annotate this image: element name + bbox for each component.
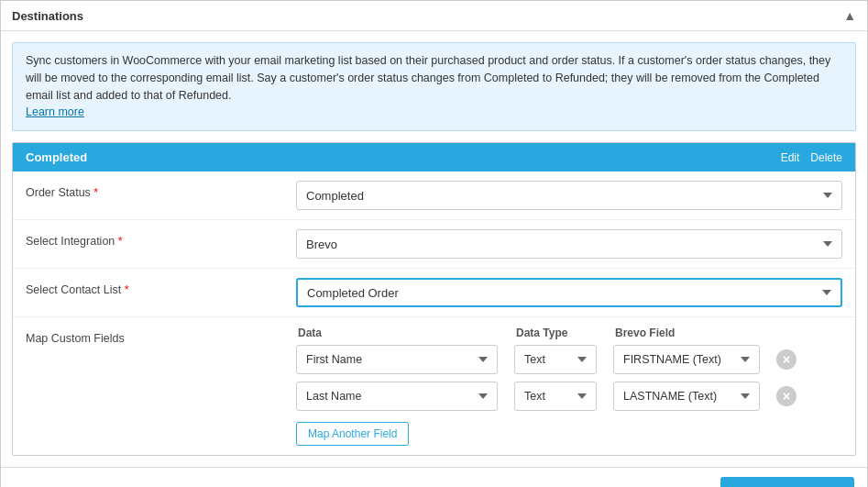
select-contact-list-control: Completed Order Newsletter Promotions [296, 278, 842, 307]
field-row-1-remove: × [776, 349, 804, 370]
field-row-1-datatype-select[interactable]: Text Number Date [514, 345, 597, 374]
panel-header: Destinations ▲ [1, 1, 867, 31]
field-row-1-brevo-select[interactable]: FIRSTNAME (Text) LASTNAME (Text) EMAIL (… [613, 345, 760, 374]
map-custom-fields-row: Map Custom Fields Data Data Type Brevo F… [13, 317, 855, 455]
info-text: Sync customers in WooCommerce with your … [26, 54, 830, 102]
col-header-datatype: Data Type [516, 327, 608, 339]
field-row-2-datatype: Text Number Date [514, 382, 606, 411]
map-another-field-button[interactable]: Map Another Field [296, 422, 409, 446]
destination-section: Completed Edit Delete Order Status * Com… [12, 142, 856, 456]
add-destination-button[interactable]: + Add Destination [720, 477, 854, 487]
select-integration-select[interactable]: Brevo Mailchimp ActiveCampaign [296, 229, 842, 259]
field-row-2-datatype-select[interactable]: Text Number Date [514, 382, 597, 411]
form-body: Order Status * Completed Pending Process… [13, 172, 855, 455]
field-row-2-remove-btn[interactable]: × [776, 386, 797, 406]
select-contact-list-row: Select Contact List * Completed Order Ne… [13, 269, 855, 317]
field-row-2: Last Name First Name Email Phone Text Nu… [296, 382, 842, 411]
field-row-2-brevo: LASTNAME (Text) FIRSTNAME (Text) EMAIL (… [613, 382, 769, 411]
select-integration-row: Select Integration * Brevo Mailchimp Act… [13, 220, 855, 269]
field-row-1-datatype: Text Number Date [514, 345, 606, 374]
field-row-2-brevo-select[interactable]: LASTNAME (Text) FIRSTNAME (Text) EMAIL (… [613, 382, 760, 411]
order-status-select[interactable]: Completed Pending Processing Refunded Ca… [296, 181, 842, 210]
order-status-required: * [93, 186, 98, 199]
field-row-1-data-select[interactable]: First Name Last Name Email Phone [296, 345, 498, 374]
custom-fields-table-header: Data Data Type Brevo Field [296, 327, 842, 339]
select-integration-required: * [118, 235, 123, 248]
select-contact-list-select[interactable]: Completed Order Newsletter Promotions [296, 278, 842, 307]
field-row-2-data-select[interactable]: Last Name First Name Email Phone [296, 382, 498, 411]
map-custom-fields-control: Data Data Type Brevo Field First Name La… [296, 327, 842, 446]
field-row-1-brevo: FIRSTNAME (Text) LASTNAME (Text) EMAIL (… [613, 345, 769, 374]
field-row-2-data: Last Name First Name Email Phone [296, 382, 507, 411]
order-status-control: Completed Pending Processing Refunded Ca… [296, 181, 842, 210]
learn-more-link[interactable]: Learn more [26, 105, 84, 118]
map-custom-fields-label: Map Custom Fields [26, 327, 296, 345]
order-status-row: Order Status * Completed Pending Process… [13, 172, 855, 220]
select-contact-list-required: * [125, 283, 129, 296]
col-header-brevo: Brevo Field [615, 327, 771, 339]
field-row-1: First Name Last Name Email Phone Text Nu… [296, 345, 842, 374]
col-header-data: Data [298, 327, 509, 339]
select-integration-control: Brevo Mailchimp ActiveCampaign [296, 229, 842, 259]
edit-link[interactable]: Edit [781, 151, 800, 164]
order-status-label: Order Status * [26, 181, 296, 199]
field-row-2-remove: × [776, 386, 804, 406]
footer-bar: + Add Destination [1, 467, 867, 487]
select-integration-label: Select Integration * [26, 229, 296, 248]
col-header-remove [778, 327, 806, 339]
field-row-1-data: First Name Last Name Email Phone [296, 345, 507, 374]
info-box: Sync customers in WooCommerce with your … [12, 42, 856, 131]
panel-title: Destinations [12, 9, 83, 23]
destination-header-actions: Edit Delete [781, 151, 842, 164]
destination-title: Completed [26, 150, 87, 164]
field-row-1-remove-btn[interactable]: × [776, 349, 797, 370]
select-contact-list-label: Select Contact List * [26, 278, 296, 296]
destination-header: Completed Edit Delete [13, 143, 855, 172]
delete-link[interactable]: Delete [810, 151, 842, 164]
custom-fields-container: Data Data Type Brevo Field First Name La… [296, 327, 842, 446]
collapse-icon[interactable]: ▲ [843, 8, 856, 23]
